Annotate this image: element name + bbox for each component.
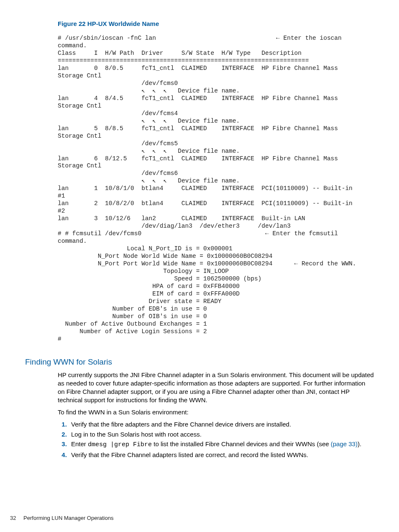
step-3-text-post: ). <box>358 440 361 447</box>
step-3-command: dmesg |grep Fibre <box>88 441 152 448</box>
paragraph-lead: To find the WWN in a Sun Solaris environ… <box>58 408 374 416</box>
step-2: Log in to the Sun Solaris host with root… <box>69 430 374 439</box>
step-1: Verify that the fibre adapters and the F… <box>69 420 374 429</box>
page-number: 32 <box>10 515 16 521</box>
page-footer: 32 Performing LUN Manager Operations <box>10 515 113 521</box>
chapter-title: Performing LUN Manager Operations <box>23 515 113 521</box>
step-4: Verify that the Fibre Channel adapters l… <box>69 450 374 460</box>
step-3-page-ref[interactable]: (page 33) <box>331 440 358 447</box>
figure-caption: Figure 22 HP-UX Worldwide Name <box>58 20 374 27</box>
terminal-output: # /usr/sbin/ioscan -fnC lan ← Enter the … <box>58 35 374 343</box>
paragraph-intro: HP currently supports the JNI Fibre Chan… <box>58 371 374 405</box>
step-3-text-pre: Enter <box>71 440 88 447</box>
step-3-text-mid: to list the installed Fibre Channel devi… <box>152 440 331 447</box>
step-3: Enter dmesg |grep Fibre to list the inst… <box>69 439 374 450</box>
procedure-steps: Verify that the fibre adapters and the F… <box>58 420 374 460</box>
section-heading-solaris: Finding WWN for Solaris <box>25 357 374 367</box>
